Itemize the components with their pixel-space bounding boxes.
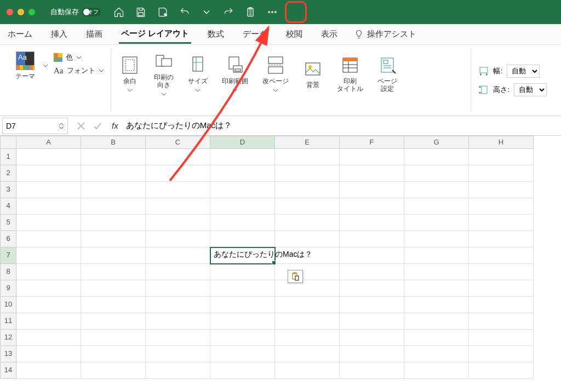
cell[interactable] [340, 346, 404, 362]
undo-icon[interactable] [178, 5, 192, 19]
cell[interactable] [340, 264, 404, 280]
cell[interactable] [146, 346, 210, 362]
save-icon[interactable] [134, 5, 148, 19]
cell[interactable] [16, 297, 81, 313]
redo-icon[interactable] [221, 5, 236, 19]
cell[interactable] [469, 165, 534, 182]
row-header-14[interactable]: 14 [0, 362, 16, 379]
cell[interactable] [146, 182, 210, 198]
close-window-button[interactable] [7, 9, 13, 15]
toggle-switch[interactable]: オフ [82, 8, 101, 16]
cell[interactable] [404, 362, 469, 379]
row-header-6[interactable]: 6 [0, 231, 16, 247]
cell[interactable] [81, 330, 146, 346]
select-all-corner[interactable] [0, 136, 16, 149]
formula-input[interactable] [122, 119, 561, 132]
cell[interactable] [404, 264, 469, 280]
cell[interactable] [469, 182, 534, 198]
cell[interactable] [16, 165, 81, 182]
row-header-10[interactable]: 10 [0, 297, 16, 313]
cell[interactable] [81, 280, 146, 297]
cell[interactable] [340, 362, 404, 379]
clipboard-icon[interactable] [243, 5, 257, 19]
cell[interactable] [404, 330, 469, 346]
cell[interactable] [16, 330, 81, 346]
cell[interactable] [404, 231, 469, 247]
cell[interactable] [469, 297, 534, 313]
tell-me-search[interactable]: 操作アシスト [354, 29, 416, 39]
cell[interactable] [81, 182, 146, 198]
cell[interactable] [404, 182, 469, 198]
cell[interactable] [275, 198, 340, 215]
cell[interactable] [210, 264, 275, 280]
cell[interactable] [340, 149, 404, 165]
home-icon[interactable] [112, 5, 126, 19]
cell[interactable] [146, 264, 210, 280]
cell[interactable] [340, 165, 404, 182]
row-header-3[interactable]: 3 [0, 182, 16, 198]
name-box[interactable]: D7 [2, 118, 68, 134]
maximize-window-button[interactable] [28, 9, 35, 15]
cell[interactable] [210, 313, 275, 330]
cell[interactable] [146, 198, 210, 215]
height-select[interactable]: 自動 [514, 83, 547, 96]
cell[interactable] [404, 297, 469, 313]
cell[interactable] [469, 231, 534, 247]
cell[interactable] [340, 297, 404, 313]
cell[interactable] [210, 149, 275, 165]
background-button[interactable]: 背景 [301, 57, 325, 91]
cell[interactable] [275, 362, 340, 379]
paste-options-button[interactable] [288, 270, 303, 283]
col-header-B[interactable]: B [81, 136, 146, 149]
col-header-H[interactable]: H [469, 136, 534, 149]
themes-button[interactable]: テーマ [13, 49, 37, 82]
cell[interactable] [404, 198, 469, 215]
cell[interactable] [469, 247, 534, 264]
tab-formulas[interactable]: 数式 [205, 26, 226, 43]
cell[interactable] [404, 346, 469, 362]
cell[interactable] [81, 165, 146, 182]
cell[interactable] [275, 346, 340, 362]
cell[interactable] [469, 198, 534, 215]
cell[interactable] [275, 215, 340, 231]
row-header-1[interactable]: 1 [0, 149, 16, 165]
cell[interactable] [340, 280, 404, 297]
cell[interactable] [404, 247, 469, 264]
row-header-7[interactable]: 7 [0, 247, 16, 264]
col-header-F[interactable]: F [340, 136, 404, 149]
cell[interactable] [146, 231, 210, 247]
cell[interactable] [146, 165, 210, 182]
cell[interactable] [16, 346, 81, 362]
cell[interactable] [146, 247, 210, 264]
cell[interactable] [16, 198, 81, 215]
margins-button[interactable]: 余白 [118, 53, 142, 95]
row-header-2[interactable]: 2 [0, 165, 16, 182]
cell[interactable] [16, 182, 81, 198]
name-box-stepper[interactable] [59, 123, 64, 129]
autosave-toggle[interactable]: 自動保存 オフ [50, 7, 101, 17]
cell[interactable] [146, 313, 210, 330]
tab-data[interactable]: データ [241, 26, 270, 43]
cell[interactable] [469, 330, 534, 346]
cell[interactable] [469, 346, 534, 362]
cell[interactable] [469, 149, 534, 165]
chevron-down-icon[interactable] [43, 63, 48, 68]
cell[interactable] [146, 149, 210, 165]
cell[interactable] [275, 182, 340, 198]
print-area-button[interactable]: 印刷範囲 [220, 53, 250, 95]
cell[interactable] [210, 362, 275, 379]
cell[interactable] [275, 280, 340, 297]
cell[interactable] [210, 280, 275, 297]
chevron-down-icon[interactable] [199, 5, 214, 19]
tab-view[interactable]: 表示 [319, 26, 340, 43]
cell[interactable] [275, 297, 340, 313]
more-icon[interactable] [265, 5, 279, 19]
cell[interactable] [340, 182, 404, 198]
row-header-5[interactable]: 5 [0, 215, 16, 231]
cell[interactable] [340, 198, 404, 215]
cell[interactable] [81, 149, 146, 165]
cell[interactable] [81, 215, 146, 231]
cell[interactable] [275, 149, 340, 165]
cell[interactable] [340, 215, 404, 231]
cell[interactable] [469, 264, 534, 280]
